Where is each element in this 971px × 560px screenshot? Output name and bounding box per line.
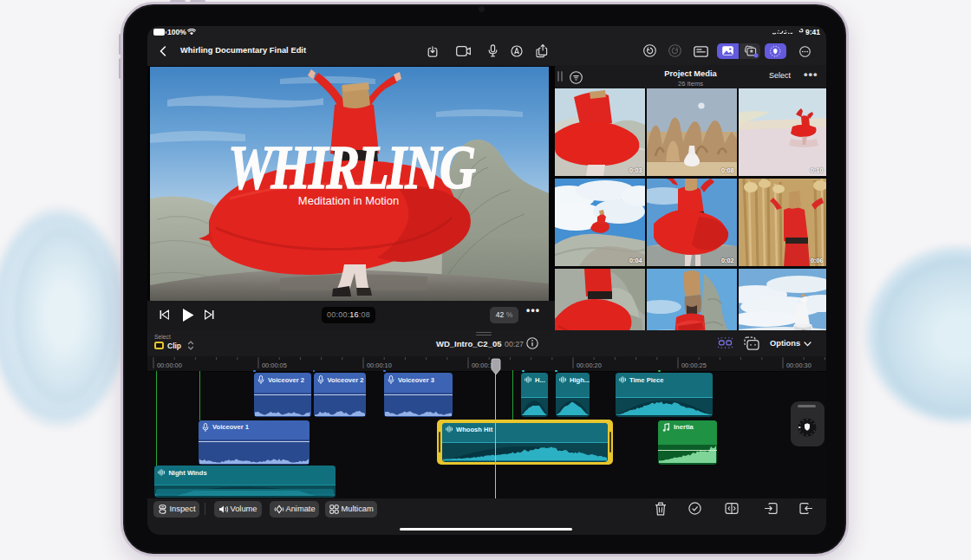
svg-text:00:00:20: 00:00:20 <box>577 361 602 369</box>
svg-text:00:00:00: 00:00:00 <box>157 361 182 369</box>
svg-text:00:00:25: 00:00:25 <box>681 361 707 369</box>
svg-text:WHIRLING: WHIRLING <box>228 133 476 201</box>
svg-text:00:00:10: 00:00:10 <box>367 361 392 369</box>
svg-text:00:00:30: 00:00:30 <box>786 361 811 369</box>
svg-text:00:00:05: 00:00:05 <box>262 361 287 369</box>
svg-text:Meditation in Motion: Meditation in Motion <box>298 194 399 207</box>
